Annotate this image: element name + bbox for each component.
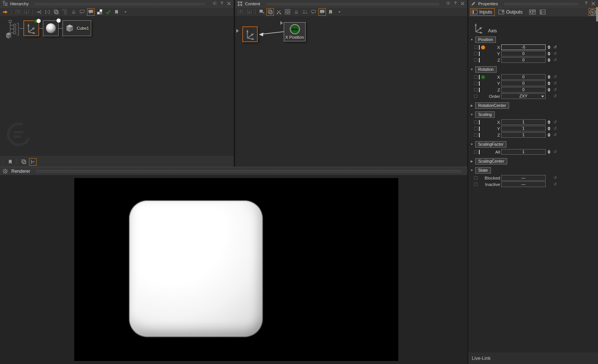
import-down-icon[interactable] xyxy=(23,8,30,16)
expose-checkbox[interactable] xyxy=(474,88,477,91)
eye-icon[interactable] xyxy=(211,2,218,6)
content-graph[interactable]: X Position xyxy=(235,17,467,167)
value-spinner[interactable] xyxy=(547,75,551,79)
expose-checkbox[interactable] xyxy=(474,120,477,124)
layers-icon[interactable] xyxy=(20,158,28,166)
cross-arrows-icon[interactable] xyxy=(275,8,283,16)
expose-checkbox[interactable] xyxy=(474,133,477,137)
reset-icon[interactable]: ↺ xyxy=(552,75,558,79)
node-port-white[interactable] xyxy=(37,19,41,23)
import-down-icon[interactable] xyxy=(245,8,253,16)
comment-outline-icon[interactable] xyxy=(310,8,317,16)
people-icon[interactable] xyxy=(301,8,309,16)
expose-checkbox[interactable] xyxy=(474,58,477,62)
value-field-y[interactable]: 1 xyxy=(501,126,546,131)
header-drag-dots[interactable] xyxy=(504,2,578,5)
subtree-icon[interactable] xyxy=(61,8,69,16)
collapse-triangle-icon[interactable]: ▼ xyxy=(468,38,475,41)
lock-icon[interactable] xyxy=(292,8,300,16)
split-view-horizontal-icon[interactable] xyxy=(540,9,546,15)
comment-outline-icon[interactable] xyxy=(78,8,86,16)
live-values-toggle-icon[interactable] xyxy=(589,8,596,16)
expose-checkbox[interactable] xyxy=(474,127,477,130)
tab-inputs[interactable]: Inputs xyxy=(470,8,495,16)
docked-panel-edge[interactable] xyxy=(596,7,598,21)
reset-icon[interactable]: ↺ xyxy=(552,149,558,154)
renderer-header[interactable]: Renderer xyxy=(0,167,467,175)
value-spinner[interactable] xyxy=(547,52,551,56)
expose-checkbox[interactable] xyxy=(474,82,477,85)
layers-icon[interactable] xyxy=(52,8,60,16)
collapse-triangle-icon[interactable]: ▼ xyxy=(468,113,475,116)
properties-header[interactable]: Properties xyxy=(468,0,598,7)
section-label[interactable]: Scaling xyxy=(475,111,495,118)
orange-binding-dot-icon[interactable] xyxy=(481,45,485,50)
section-header-state[interactable]: ▼State xyxy=(468,168,598,173)
jump-arrow-icon[interactable] xyxy=(2,8,9,16)
value-field-inactive[interactable]: — xyxy=(501,181,546,187)
reset-icon[interactable]: ↺ xyxy=(552,87,558,92)
hierarchy-node-cube[interactable]: Cube1 xyxy=(63,20,91,36)
expose-checkbox[interactable] xyxy=(474,183,477,186)
value-field-z[interactable]: 1 xyxy=(501,132,546,138)
section-header-scalingfactor[interactable]: ▼ScalingFactor xyxy=(468,142,598,147)
dropdown-order[interactable]: ZXY xyxy=(501,93,546,99)
close-icon[interactable] xyxy=(591,1,596,6)
hierarchy-header[interactable]: Hierarchy xyxy=(0,0,234,7)
bookmark-icon[interactable] xyxy=(327,8,335,16)
comment-filled-icon[interactable] xyxy=(318,8,326,16)
value-field-x[interactable]: 1 xyxy=(501,119,546,125)
section-header-rotation[interactable]: ▼Rotation xyxy=(468,67,598,72)
import-up-icon[interactable] xyxy=(14,8,21,16)
reset-icon[interactable]: ↺ xyxy=(552,182,558,187)
bookmark-icon[interactable] xyxy=(7,158,14,166)
scene-root-icon[interactable] xyxy=(5,20,20,39)
pin-icon[interactable] xyxy=(454,1,458,6)
expose-checkbox[interactable] xyxy=(474,150,477,154)
pin-icon[interactable] xyxy=(584,1,589,6)
collapse-triangle-icon[interactable]: ▼ xyxy=(468,169,475,172)
expose-checkbox[interactable] xyxy=(474,176,477,180)
hierarchy-node-axis[interactable] xyxy=(23,20,39,36)
split-view-vertical-icon[interactable] xyxy=(529,9,536,15)
layers-icon[interactable] xyxy=(266,8,274,16)
value-field-y[interactable]: 0 xyxy=(501,51,546,56)
hierarchy-node-material[interactable] xyxy=(43,20,59,36)
value-field-z[interactable]: 0 xyxy=(501,87,546,93)
reset-icon[interactable]: ↺ xyxy=(552,58,558,62)
comment-filled-icon[interactable] xyxy=(87,8,95,16)
eye-icon[interactable] xyxy=(445,2,451,6)
check-icon[interactable] xyxy=(104,8,112,16)
checkerboard-icon[interactable] xyxy=(96,8,103,16)
reset-icon[interactable]: ↺ xyxy=(552,81,558,86)
green-binding-dot-icon[interactable] xyxy=(481,75,485,79)
node-port-white[interactable] xyxy=(57,18,61,23)
render-canvas[interactable] xyxy=(74,178,398,361)
grid-icon[interactable] xyxy=(284,8,291,16)
livelink-bar[interactable]: Live-Link xyxy=(468,352,598,364)
value-spinner[interactable] xyxy=(547,150,551,154)
import-up-icon[interactable] xyxy=(237,8,244,16)
reset-icon[interactable]: ↺ xyxy=(552,133,558,137)
value-field-blocked[interactable]: — xyxy=(501,175,546,181)
reset-icon[interactable]: ↺ xyxy=(552,175,558,180)
tab-outputs[interactable]: Outputs xyxy=(497,8,525,16)
section-label[interactable]: Position xyxy=(475,37,496,43)
expose-checkbox[interactable] xyxy=(474,75,477,79)
section-header-scaling[interactable]: ▼Scaling xyxy=(468,112,598,117)
collapse-triangle-icon[interactable]: ▼ xyxy=(468,68,475,71)
hierarchy-graph[interactable]: Cube1 xyxy=(0,17,234,156)
reset-icon[interactable]: ↺ xyxy=(552,120,558,125)
bookmark-icon[interactable] xyxy=(113,8,121,16)
expand-triangle-icon[interactable]: ▶ xyxy=(468,104,475,107)
reset-icon[interactable]: ↺ xyxy=(552,51,558,56)
value-field-y[interactable]: 0 xyxy=(501,81,546,86)
tree-toggle-icon[interactable] xyxy=(29,158,37,166)
value-field-x[interactable]: 0 xyxy=(501,74,546,80)
close-icon[interactable] xyxy=(460,1,465,6)
section-label[interactable]: RotationCenter xyxy=(475,102,509,109)
content-header[interactable]: Content xyxy=(235,0,467,7)
reset-icon[interactable]: ↺ xyxy=(552,94,558,99)
value-spinner[interactable] xyxy=(547,126,551,131)
caret-down-icon[interactable] xyxy=(336,8,343,16)
